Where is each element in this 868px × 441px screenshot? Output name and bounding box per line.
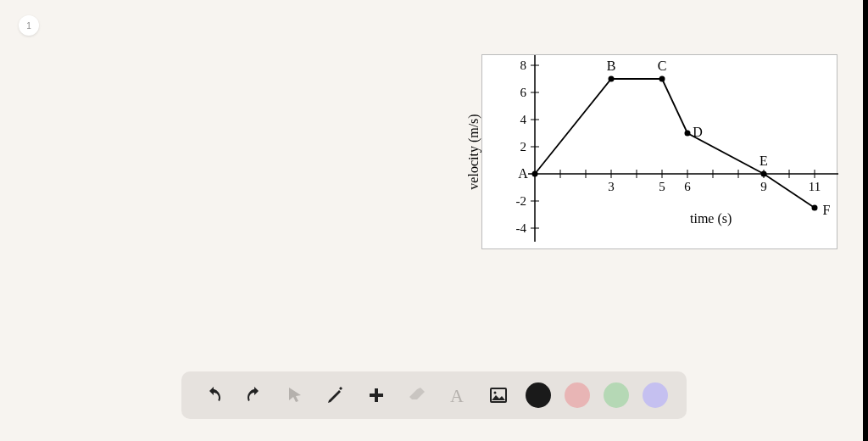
svg-text:D: D: [693, 125, 703, 139]
undo-button[interactable]: [200, 382, 227, 409]
svg-point-42: [812, 205, 818, 211]
velocity-time-chart: 8642-2-4356911ABCDEF velocity (m/s) time…: [481, 54, 837, 249]
svg-text:-2: -2: [516, 194, 527, 208]
eraser-icon: [407, 385, 427, 405]
y-axis-label: velocity (m/s): [466, 114, 481, 189]
svg-text:B: B: [607, 59, 616, 73]
svg-text:11: 11: [809, 180, 821, 193]
color-swatch-pink[interactable]: [565, 382, 590, 408]
add-button[interactable]: [363, 382, 390, 409]
pencil-button[interactable]: [322, 382, 349, 409]
svg-text:E: E: [760, 154, 768, 168]
text-button[interactable]: A: [444, 382, 471, 409]
svg-text:6: 6: [684, 180, 691, 193]
svg-text:C: C: [658, 59, 667, 73]
svg-point-40: [761, 171, 767, 177]
pointer-icon: [285, 385, 305, 405]
color-swatch-purple[interactable]: [643, 382, 668, 408]
page-number: 1: [26, 21, 31, 31]
redo-icon: [244, 385, 264, 405]
redo-button[interactable]: [241, 382, 268, 409]
svg-point-38: [685, 131, 691, 137]
svg-text:2: 2: [520, 140, 527, 154]
color-swatch-green[interactable]: [604, 382, 629, 408]
svg-text:9: 9: [760, 180, 767, 193]
svg-text:8: 8: [520, 59, 527, 72]
svg-point-46: [494, 392, 497, 394]
color-swatch-black[interactable]: [526, 382, 551, 408]
drawing-toolbar: A: [181, 371, 687, 419]
undo-icon: [203, 385, 224, 405]
plus-icon: [366, 385, 387, 405]
svg-text:4: 4: [520, 113, 527, 126]
image-icon: [488, 385, 509, 405]
svg-text:A: A: [450, 385, 464, 405]
pencil-icon: [326, 385, 346, 405]
right-frame-border: [863, 0, 868, 441]
text-icon: A: [448, 385, 468, 405]
chart-svg: 8642-2-4356911ABCDEF: [482, 55, 838, 250]
svg-text:3: 3: [608, 180, 615, 193]
svg-point-32: [532, 171, 538, 177]
image-button[interactable]: [485, 382, 512, 409]
eraser-button[interactable]: [403, 382, 431, 409]
svg-point-34: [609, 76, 615, 82]
svg-text:-4: -4: [516, 221, 527, 235]
svg-text:F: F: [823, 203, 831, 217]
x-axis-label: time (s): [690, 211, 732, 226]
svg-text:A: A: [518, 166, 528, 181]
svg-point-36: [659, 76, 665, 82]
page-number-badge: 1: [19, 15, 39, 36]
svg-text:5: 5: [659, 180, 665, 193]
pointer-button[interactable]: [281, 382, 309, 409]
svg-text:6: 6: [520, 86, 527, 99]
